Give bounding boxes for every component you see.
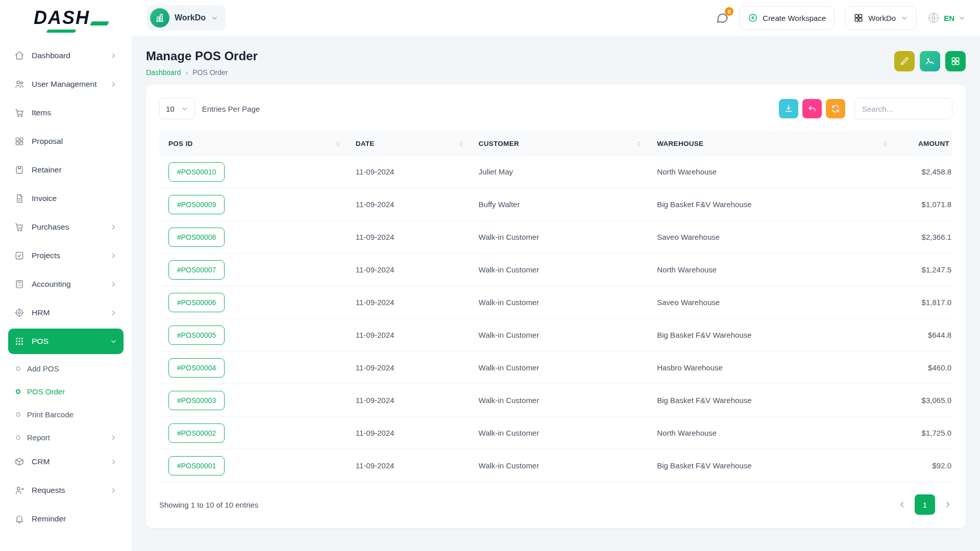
chevron-right-icon xyxy=(110,434,117,441)
bullet-icon xyxy=(16,389,20,394)
cell-warehouse: Saveo Warehouse xyxy=(655,221,901,254)
cell-warehouse: Big Basket F&V Warehouse xyxy=(655,188,901,221)
cell-date: 11-09-2024 xyxy=(354,319,477,352)
sidebar-item-accounting[interactable]: Accounting xyxy=(8,271,124,297)
search-input[interactable] xyxy=(854,98,952,119)
breadcrumb: Dashboard › POS Order xyxy=(146,68,258,77)
entries-per-page-value: 10 xyxy=(166,105,175,113)
table-header-row: POS ID DATE CUSTOMER WAREHOUSE AMOUNT xyxy=(159,132,952,156)
column-header-warehouse[interactable]: WAREHOUSE xyxy=(655,132,901,156)
sidebar-item-proposal[interactable]: Proposal xyxy=(8,129,124,154)
table-row: #POS00010 11-09-2024 Juliet May North Wa… xyxy=(159,156,952,188)
cell-amount: $1,817.0 xyxy=(901,286,952,319)
header-actions: 0 Create Workspace WorkDo EN xyxy=(716,6,980,30)
sidebar-item-label: Proposal xyxy=(32,137,63,146)
pos-id-link[interactable]: #POS00008 xyxy=(168,228,225,247)
cell-warehouse: Saveo Warehouse xyxy=(655,286,901,319)
sidebar-subitem-pos-order[interactable]: POS Order xyxy=(8,380,124,403)
messages-count-badge: 0 xyxy=(725,7,733,16)
breadcrumb-dashboard-link[interactable]: Dashboard xyxy=(146,68,181,77)
grid-view-action-button[interactable] xyxy=(945,51,966,71)
sidebar-item-crm[interactable]: CRM xyxy=(8,449,124,474)
sidebar-subitem-report[interactable]: Report xyxy=(8,426,124,449)
pos-id-link[interactable]: #POS00005 xyxy=(168,325,225,345)
theme-action-button[interactable] xyxy=(920,51,940,71)
sidebar-item-purchases[interactable]: Purchases xyxy=(8,214,124,240)
pos-id-link[interactable]: #POS00006 xyxy=(168,293,225,312)
refresh-button[interactable] xyxy=(826,99,845,118)
reset-button[interactable] xyxy=(802,99,822,118)
sidebar-item-user-management[interactable]: User Management xyxy=(8,71,124,97)
building-icon xyxy=(155,13,165,23)
cell-warehouse: Big Basket F&V Warehouse xyxy=(655,384,901,417)
pos-id-link[interactable]: #POS00001 xyxy=(168,456,225,475)
cell-customer: Walk-in Customer xyxy=(477,319,655,352)
sidebar-item-dashboard[interactable]: Dashboard xyxy=(8,43,124,68)
messages-button[interactable]: 0 xyxy=(716,11,729,24)
language-selector[interactable]: EN xyxy=(927,11,966,24)
sidebar-item-retainer[interactable]: Retainer xyxy=(8,157,124,183)
workspace-menu-button[interactable]: WorkDo xyxy=(845,6,917,30)
sidebar-item-label: POS xyxy=(32,337,48,346)
cell-amount: $1,071.8 xyxy=(901,188,952,221)
globe-icon xyxy=(927,11,940,24)
create-workspace-button[interactable]: Create Workspace xyxy=(739,6,835,30)
sidebar-item-label: HRM xyxy=(32,308,50,317)
pos-id-link[interactable]: #POS00004 xyxy=(168,358,225,378)
table-row: #POS00007 11-09-2024 Walk-in Customer No… xyxy=(159,254,952,286)
cell-amount: $2,366.1 xyxy=(901,221,952,254)
pos-order-table: POS ID DATE CUSTOMER WAREHOUSE AMOUNT #P… xyxy=(159,132,952,482)
workspace-menu-label: WorkDo xyxy=(868,14,896,22)
sidebar-subitem-label: POS Order xyxy=(27,387,65,396)
table-row: #POS00002 11-09-2024 Walk-in Customer No… xyxy=(159,417,952,449)
undo-icon xyxy=(807,104,817,113)
sidebar: Dashboard User Management Items Proposal… xyxy=(0,36,132,551)
sidebar-subitem-add-pos[interactable]: Add POS xyxy=(8,357,124,380)
sidebar-item-requests[interactable]: Requests xyxy=(8,478,124,503)
sidebar-item-items[interactable]: Items xyxy=(8,100,124,126)
page-title: Manage POS Order xyxy=(146,49,258,63)
cell-date: 11-09-2024 xyxy=(354,384,477,417)
sidebar-item-invoice[interactable]: Invoice xyxy=(8,186,124,211)
sidebar-subitem-print-barcode[interactable]: Print Barcode xyxy=(8,403,124,426)
cell-amount: $2,458.8 xyxy=(901,156,952,188)
sidebar-item-projects[interactable]: Projects xyxy=(8,243,124,268)
logo[interactable]: DASH xyxy=(0,7,132,29)
create-workspace-label: Create Workspace xyxy=(763,14,826,22)
sort-icon xyxy=(881,140,889,147)
pos-id-link[interactable]: #POS00003 xyxy=(168,391,225,410)
sidebar-item-label: Purchases xyxy=(32,222,69,232)
language-code: EN xyxy=(944,14,954,22)
sidebar-item-hrm[interactable]: HRM xyxy=(8,300,124,325)
page-number-button[interactable]: 1 xyxy=(915,494,935,515)
sidebar-subitem-label: Print Barcode xyxy=(27,410,74,419)
cell-date: 11-09-2024 xyxy=(354,286,477,319)
column-header-customer[interactable]: CUSTOMER xyxy=(477,132,655,156)
sidebar-subitem-label: Report xyxy=(27,433,50,442)
cell-warehouse: Big Basket F&V Warehouse xyxy=(655,449,901,482)
cell-customer: Walk-in Customer xyxy=(477,286,655,319)
next-page-button[interactable] xyxy=(943,500,952,509)
sidebar-item-reminder[interactable]: Reminder xyxy=(8,506,124,532)
cell-customer: Walk-in Customer xyxy=(477,384,655,417)
export-button[interactable] xyxy=(779,99,798,118)
sidebar-item-pos[interactable]: POS xyxy=(8,329,124,354)
prev-page-button[interactable] xyxy=(897,500,906,509)
pos-id-link[interactable]: #POS00009 xyxy=(168,195,225,214)
grid-dots-icon xyxy=(14,336,24,346)
bullet-icon xyxy=(16,412,20,417)
column-header-date[interactable]: DATE xyxy=(354,132,477,156)
column-header-pos-id[interactable]: POS ID xyxy=(159,132,354,156)
edit-action-button[interactable] xyxy=(894,51,915,71)
cell-warehouse: Big Basket F&V Warehouse xyxy=(655,319,901,352)
pos-id-link[interactable]: #POS00002 xyxy=(168,423,225,443)
entries-per-page-select[interactable]: 10 xyxy=(159,98,195,119)
sidebar-item-label: Reminder xyxy=(32,514,66,523)
table-row: #POS00004 11-09-2024 Walk-in Customer Ha… xyxy=(159,352,952,384)
pos-id-link[interactable]: #POS00010 xyxy=(168,162,225,182)
workspace-selector[interactable]: WorkDo xyxy=(147,5,226,31)
pos-id-link[interactable]: #POS00007 xyxy=(168,260,225,280)
image-icon xyxy=(925,56,935,66)
sidebar-item-label: CRM xyxy=(32,457,50,466)
column-header-amount[interactable]: AMOUNT xyxy=(901,132,952,156)
